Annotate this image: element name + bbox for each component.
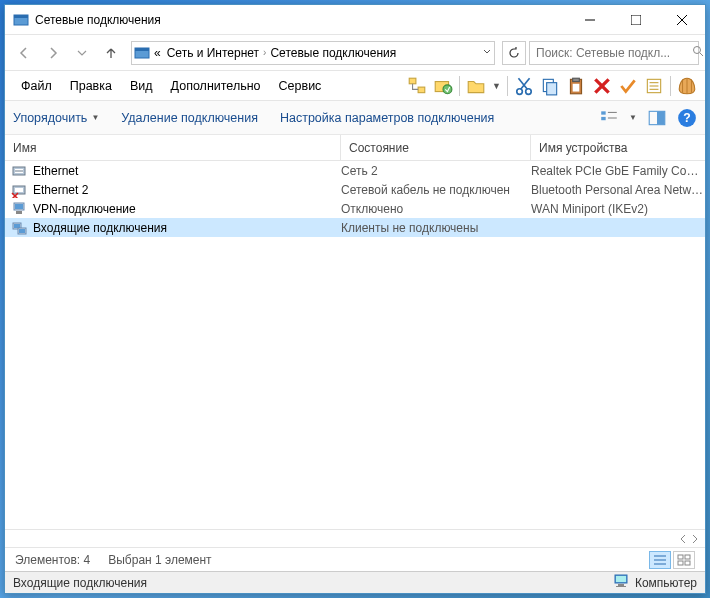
svg-rect-7 [135,48,149,51]
close-button[interactable] [659,5,705,34]
svg-rect-21 [573,78,580,81]
svg-line-9 [700,53,703,56]
scroll-right-icon[interactable] [689,533,701,545]
svg-rect-60 [685,561,690,565]
svg-rect-22 [573,83,580,91]
search-input[interactable] [536,46,686,60]
cut-icon[interactable] [514,76,534,96]
column-headers: Имя Состояние Имя устройства [5,135,705,161]
chevron-right-icon[interactable]: › [263,47,266,58]
help-icon[interactable]: ? [677,108,697,128]
connection-icon [11,163,27,179]
connection-status: Клиенты не подключены [341,221,531,235]
svg-rect-29 [601,111,605,114]
svg-rect-10 [409,78,416,84]
svg-rect-30 [601,116,605,119]
scroll-left-icon[interactable] [677,533,689,545]
window-buttons [567,5,705,34]
shell-icon[interactable] [677,76,697,96]
window-title: Сетевые подключения [35,13,567,27]
folder-sync-icon[interactable] [433,76,453,96]
maximize-button[interactable] [613,5,659,34]
connection-status: Сеть 2 [341,164,531,178]
list-item[interactable]: Входящие подключенияКлиенты не подключен… [5,218,705,237]
breadcrumb-seg1[interactable]: Сеть и Интернет [165,46,261,60]
connection-device: Bluetooth Personal Area Network [531,183,705,197]
menu-view[interactable]: Вид [122,75,161,97]
breadcrumb-seg2[interactable]: Сетевые подключения [268,46,398,60]
view-mode-button[interactable] [599,108,619,128]
up-button[interactable] [98,40,124,66]
svg-rect-64 [616,586,626,587]
folder-open-icon[interactable] [466,76,486,96]
delete-icon[interactable] [592,76,612,96]
menu-extra[interactable]: Дополнительно [163,75,269,97]
connection-name: Ethernet 2 [33,183,88,197]
svg-rect-1 [14,15,28,18]
svg-point-13 [443,84,452,93]
large-icons-view-button[interactable] [673,551,695,569]
horizontal-scrollbar[interactable] [5,529,705,547]
location-icon [134,45,150,61]
column-name[interactable]: Имя [5,135,341,160]
svg-rect-57 [678,555,683,559]
recent-dropdown[interactable] [69,40,95,66]
properties-icon[interactable] [644,76,664,96]
minimize-button[interactable] [567,5,613,34]
connection-icon [11,182,27,198]
computer-icon [613,574,629,591]
menubar: Файл Правка Вид Дополнительно Сервис ▼ [5,71,705,101]
dropdown-icon[interactable]: ▼ [492,81,501,91]
svg-rect-62 [616,576,626,582]
toolbar-separator [459,76,460,96]
toolbar-separator [670,76,671,96]
taskbar-left: Входящие подключения [13,576,147,590]
delete-connection-button[interactable]: Удаление подключения [121,111,258,125]
svg-rect-44 [15,188,23,192]
titlebar[interactable]: Сетевые подключения [5,5,705,35]
nav-toolbar: « Сеть и Интернет › Сетевые подключения [5,35,705,71]
list-item[interactable]: VPN-подключениеОтключеноWAN Miniport (IK… [5,199,705,218]
chevron-down-icon[interactable]: ▼ [629,113,637,122]
connection-settings-button[interactable]: Настройка параметров подключения [280,111,494,125]
status-elements: Элементов: 4 [15,553,90,567]
forward-button[interactable] [40,40,66,66]
explorer-window: Сетевые подключения « Сеть и Интернет › … [4,4,706,594]
copy-icon[interactable] [540,76,560,96]
search-icon [692,45,704,60]
details-view-button[interactable] [649,551,671,569]
toolbar-icons: ▼ [407,76,697,96]
chevron-down-icon: ▼ [91,113,99,122]
svg-rect-63 [618,584,624,586]
check-icon[interactable] [618,76,638,96]
connection-device: Realtek PCIe GbE Family Contro... [531,164,705,178]
svg-rect-58 [685,555,690,559]
menu-file[interactable]: Файл [13,75,60,97]
breadcrumb-prefix: « [152,46,163,60]
search-box[interactable] [529,41,699,65]
paste-icon[interactable] [566,76,586,96]
status-selected: Выбран 1 элемент [108,553,211,567]
connection-icon [11,201,27,217]
svg-rect-59 [678,561,683,565]
back-button[interactable] [11,40,37,66]
svg-rect-11 [418,87,425,93]
taskbar-right: Компьютер [635,576,697,590]
connection-name: Входящие подключения [33,221,167,235]
connection-name: Ethernet [33,164,78,178]
organize-button[interactable]: Упорядочить ▼ [13,111,99,125]
list-item[interactable]: EthernetСеть 2Realtek PCIe GbE Family Co… [5,161,705,180]
column-status[interactable]: Состояние [341,135,531,160]
connection-list[interactable]: EthernetСеть 2Realtek PCIe GbE Family Co… [5,161,705,529]
address-dropdown-icon[interactable] [482,46,492,60]
list-item[interactable]: Ethernet 2Сетевой кабель не подключенBlu… [5,180,705,199]
menu-service[interactable]: Сервис [271,75,330,97]
folder-tree-icon[interactable] [407,76,427,96]
refresh-button[interactable] [502,41,526,65]
svg-rect-51 [14,224,20,228]
column-device[interactable]: Имя устройства [531,135,705,160]
address-bar[interactable]: « Сеть и Интернет › Сетевые подключения [131,41,495,65]
connection-status: Отключено [341,202,531,216]
preview-pane-button[interactable] [647,108,667,128]
menu-edit[interactable]: Правка [62,75,120,97]
